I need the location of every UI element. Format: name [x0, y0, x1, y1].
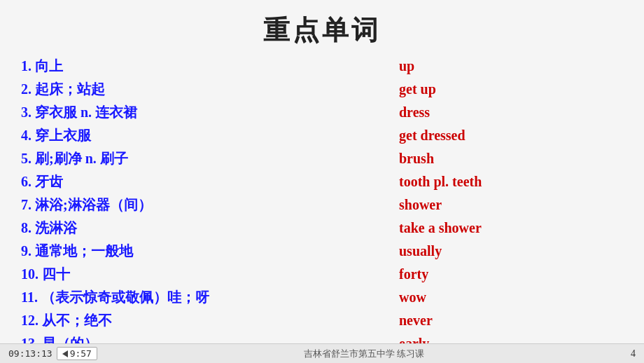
right-item-9: usually: [399, 240, 623, 262]
right-item-3: dress: [399, 102, 623, 123]
page-number: 4: [631, 348, 636, 359]
left-item-8: 8. 洗淋浴: [21, 217, 385, 239]
left-item-3: 3. 穿衣服 n. 连衣裙: [21, 102, 385, 123]
left-item-5: 5. 刷;刷净 n. 刷子: [21, 148, 385, 170]
right-item-10: forty: [399, 263, 623, 285]
right-item-8: take a shower: [399, 217, 623, 239]
left-item-7: 7. 淋浴;淋浴器（间）: [21, 194, 385, 216]
right-item-6: tooth pl. teeth: [399, 171, 623, 193]
right-item-1: up: [399, 55, 623, 77]
clock-display: 09:13:13: [8, 348, 52, 359]
timer-value: 9:57: [70, 348, 92, 359]
time-area: 09:13:13 9:57: [8, 347, 97, 360]
right-item-11: wow: [399, 287, 623, 308]
left-item-2: 2. 起床；站起: [21, 78, 385, 100]
left-column: 1. 向上2. 起床；站起3. 穿衣服 n. 连衣裙4. 穿上衣服5. 刷;刷净…: [21, 55, 385, 355]
left-item-4: 4. 穿上衣服: [21, 125, 385, 146]
school-label: 吉林省舒兰市第五中学 练习课: [304, 348, 424, 360]
left-item-6: 6. 牙齿: [21, 171, 385, 193]
right-column: upget updressget dressedbrushtooth pl. t…: [385, 55, 623, 355]
left-item-10: 10. 四十: [21, 263, 385, 285]
right-item-12: never: [399, 310, 623, 331]
slide: 重点单词 1. 向上2. 起床；站起3. 穿衣服 n. 连衣裙4. 穿上衣服5.…: [0, 0, 644, 363]
right-item-7: shower: [399, 194, 623, 216]
right-item-2: get up: [399, 78, 623, 100]
left-item-1: 1. 向上: [21, 55, 385, 77]
left-item-9: 9. 通常地；一般地: [21, 240, 385, 262]
timer-arrow-icon: [62, 350, 68, 357]
left-item-11: 11. （表示惊奇或敬佩）哇；呀: [21, 287, 385, 308]
bottom-bar: 09:13:13 9:57 吉林省舒兰市第五中学 练习课 4: [0, 343, 644, 363]
content-area: 1. 向上2. 起床；站起3. 穿衣服 n. 连衣裙4. 穿上衣服5. 刷;刷净…: [0, 55, 644, 355]
timer-box: 9:57: [57, 347, 97, 360]
right-item-5: brush: [399, 148, 623, 170]
left-item-12: 12. 从不；绝不: [21, 310, 385, 331]
right-item-4: get dressed: [399, 125, 623, 146]
slide-title: 重点单词: [0, 0, 644, 55]
